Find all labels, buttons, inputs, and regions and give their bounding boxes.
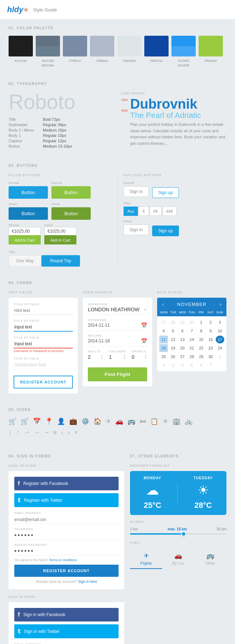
filled-buttons-col: FILLED BUTTONS Normal Button Normal Butt… <box>9 173 118 267</box>
dp-cell[interactable]: 15 <box>197 336 205 343</box>
price-input-hover[interactable] <box>44 227 76 236</box>
sign-in-hover[interactable]: Sign in <box>124 224 149 235</box>
dp-next-arrow[interactable]: › <box>220 301 221 307</box>
green-button-normal[interactable]: Button <box>51 186 91 199</box>
adults-value: 2 <box>88 354 100 360</box>
dp-cell[interactable]: 5 <box>169 327 177 335</box>
dp-cell[interactable]: 26 <box>169 353 177 361</box>
hero-title: Dubrovnik <box>130 97 226 111</box>
register-account-btn[interactable]: REGISTER ACCOUNT <box>14 376 73 388</box>
return-calendar-icon: 📅 <box>141 338 147 344</box>
sign-up-box: f Register with Facebook 𝕥 Register with… <box>9 471 124 589</box>
add-to-cart-normal[interactable]: Add to Cart <box>9 236 41 244</box>
dp-cell-next[interactable]: 4 <box>178 361 187 369</box>
typo-row-body2: Body 2 / Menu Medium 16px <box>9 128 114 132</box>
dp-cell-next[interactable]: 5 <box>188 361 196 369</box>
bike-icon: 🚲 <box>185 417 192 425</box>
register-twitter-btn[interactable]: 𝕥 Register with Twitter <box>14 493 119 507</box>
typo-name-button: Button <box>9 144 37 148</box>
add-to-cart-hover[interactable]: Add to Cart <box>44 236 76 244</box>
dp-cell[interactable]: 12 <box>169 336 177 343</box>
dp-cell-next[interactable]: 1 <box>216 353 224 361</box>
field-input-3[interactable] <box>14 340 73 348</box>
filter-any[interactable]: Any <box>124 207 138 216</box>
sign-up-hover[interactable]: Sign up <box>152 226 179 236</box>
icons-title: 05. ICONS <box>9 408 226 412</box>
dp-cell[interactable]: 29 <box>178 318 187 326</box>
filter-3[interactable]: €€€ <box>162 207 177 216</box>
dp-cell-selected-18[interactable]: 18 <box>159 344 168 352</box>
dp-cell[interactable]: 8 <box>197 327 205 335</box>
sign-in-normal[interactable]: Sign in <box>124 186 149 197</box>
infants-down[interactable]: ▼ <box>144 357 147 360</box>
header-subtitle: Style Guide <box>33 7 57 13</box>
dp-cell[interactable]: 4 <box>159 327 168 335</box>
slider-thumb[interactable] <box>181 531 186 536</box>
dp-cell[interactable]: 25 <box>159 353 168 361</box>
sign-in-here-link[interactable]: Sign in here <box>78 580 97 584</box>
blue-button-hover[interactable]: Button <box>9 207 48 220</box>
tab-other[interactable]: 🚌 Other <box>194 548 226 568</box>
dp-cell[interactable]: 30 <box>206 353 215 361</box>
adults-down[interactable]: ▼ <box>100 357 103 360</box>
dp-cell[interactable]: 9 <box>206 327 215 335</box>
dp-cell[interactable]: 23 <box>206 344 215 352</box>
dp-cell-next[interactable]: 2 <box>159 361 168 369</box>
dp-cell[interactable]: 24 <box>216 344 224 352</box>
register-full-btn[interactable]: REGISTER ACCOUNT <box>14 565 119 577</box>
dp-cell[interactable]: 20 <box>178 344 187 352</box>
dp-cell[interactable]: 6 <box>178 327 187 335</box>
register-facebook-btn[interactable]: f Register with Facebook <box>14 477 119 490</box>
filter-2[interactable]: €€ <box>150 207 162 216</box>
dp-cell[interactable]: 30 <box>188 318 196 326</box>
dp-cell[interactable]: 13 <box>178 336 187 343</box>
dp-cell[interactable]: 1 <box>197 318 205 326</box>
find-flight-button[interactable]: Find Flight <box>88 367 147 381</box>
adults-arrows[interactable]: ▲ ▼ <box>100 354 103 360</box>
tab-by-car[interactable]: 🚗 By Car <box>162 548 194 568</box>
dp-cell[interactable]: 28 <box>169 318 177 326</box>
dp-cell[interactable]: 10 <box>216 327 224 335</box>
one-way-tab[interactable]: One Way <box>9 255 41 267</box>
signin-facebook-btn[interactable]: f Sign in with Facebook <box>14 608 119 621</box>
children-down[interactable]: ▼ <box>123 357 126 360</box>
infants-arrows[interactable]: ▲ ▼ <box>144 354 147 360</box>
dp-cell[interactable]: 27 <box>159 318 168 326</box>
green-btn-group: Normal Button <box>51 181 91 199</box>
tab-flights[interactable]: ✈ Flights <box>130 548 162 569</box>
dp-cell[interactable]: 27 <box>178 353 187 361</box>
dp-cell[interactable]: 21 <box>188 344 196 352</box>
dp-cell[interactable]: 19 <box>169 344 177 352</box>
blue-button-normal[interactable]: Button <box>9 186 48 199</box>
terms-link[interactable]: Terms & Conditions <box>49 558 77 562</box>
dp-cell[interactable]: 28 <box>188 353 196 361</box>
dp-cell[interactable]: 16 <box>206 336 215 343</box>
dp-cell[interactable]: 2 <box>206 318 215 326</box>
field-input-2[interactable] <box>14 323 73 332</box>
dp-cell[interactable]: 29 <box>197 353 205 361</box>
price-input-normal[interactable] <box>9 227 41 236</box>
dp-cell-next[interactable]: 7 <box>206 361 215 369</box>
text-fields-box: TITLE OF FIELD TITLE OF FIELD TITLE OF F… <box>9 298 78 393</box>
dp-cell[interactable]: 7 <box>188 327 196 335</box>
dp-cell-next[interactable]: 6 <box>197 361 205 369</box>
form-example-label: FORM EXAMPLE <box>83 291 152 294</box>
dp-cell[interactable]: 3 <box>216 318 224 326</box>
children-arrows[interactable]: ▲ ▼ <box>123 354 126 360</box>
field-input-1[interactable] <box>14 307 73 315</box>
dp-cell[interactable]: 22 <box>197 344 205 352</box>
dp-cell-today[interactable]: 17 <box>216 336 224 343</box>
filter-1[interactable]: € <box>139 207 149 216</box>
weather-monday: MONDAY ☁ 25°C <box>144 476 161 510</box>
round-trip-tab[interactable]: Round Trip <box>41 255 80 267</box>
email-input-signup[interactable] <box>14 516 119 524</box>
email-label-signup: EMAIL ADDRESS <box>14 511 119 515</box>
tabs-nav: ✈ Flights 🚗 By Car 🚌 Other <box>130 548 226 569</box>
dp-cell-next[interactable]: 3 <box>169 361 177 369</box>
dp-cell-selected-11[interactable]: 11 <box>159 336 168 343</box>
signin-twitter-btn[interactable]: 𝕥 Sign in with Twitter <box>14 624 119 638</box>
sign-up-normal[interactable]: Sign up <box>152 187 179 198</box>
dp-cell[interactable]: 14 <box>188 336 196 343</box>
dp-prev-arrow[interactable]: ‹ <box>162 301 164 307</box>
green-button-hover[interactable]: Button <box>51 207 91 220</box>
